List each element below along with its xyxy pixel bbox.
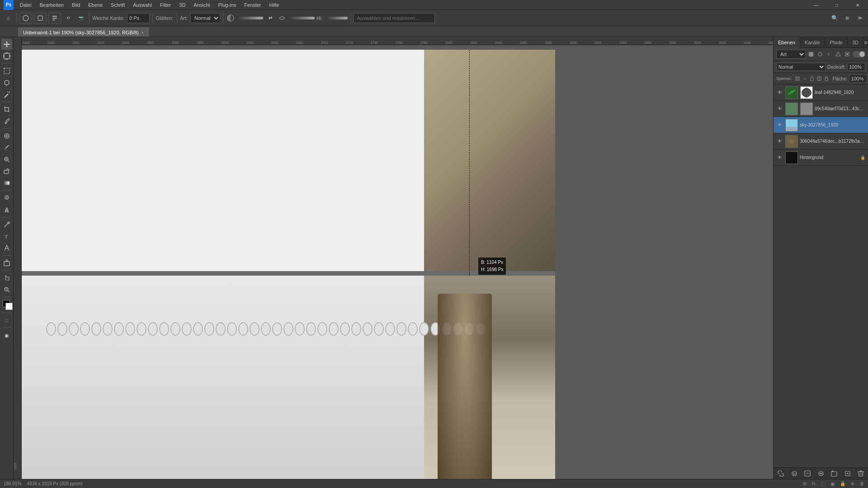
- status-icon-6[interactable]: ⊕: [851, 481, 854, 486]
- layer-item-sky[interactable]: 👁 sky-3027856_1920: [774, 117, 868, 133]
- brush-shape2-icon[interactable]: [34, 13, 47, 23]
- mask-search-input[interactable]: [354, 13, 435, 23]
- add-style-btn[interactable]: fx: [790, 469, 799, 478]
- menu-bild[interactable]: Bild: [68, 1, 84, 9]
- lock-all-btn[interactable]: [824, 75, 829, 83]
- menu-filter[interactable]: Filter: [156, 1, 175, 9]
- minimize-button[interactable]: —: [806, 0, 826, 10]
- shape-filter-btn[interactable]: [834, 50, 842, 58]
- lock-artboard-btn[interactable]: [816, 75, 822, 83]
- layer-eye-leaf[interactable]: 👁: [776, 89, 783, 96]
- background-color[interactable]: [5, 303, 13, 310]
- panel-toggle-icon[interactable]: ≫: [854, 13, 865, 23]
- menu-ansicht[interactable]: Ansicht: [190, 1, 213, 9]
- eyedropper-tool[interactable]: [1, 116, 12, 127]
- brush-options-icon[interactable]: [48, 13, 61, 23]
- lock-image-btn[interactable]: [802, 75, 807, 83]
- canvas-content[interactable]: B: 1104 Px H: 1698 Px: [22, 45, 773, 479]
- add-mask-btn[interactable]: [803, 469, 812, 478]
- gradient-tool[interactable]: [1, 178, 12, 188]
- close-button[interactable]: ✕: [847, 0, 868, 10]
- new-group-btn[interactable]: [830, 469, 839, 478]
- dodge-tool[interactable]: [1, 204, 12, 215]
- lock-position-btn[interactable]: [809, 75, 815, 83]
- brush-size-input[interactable]: [127, 13, 150, 23]
- brush-flow-icon[interactable]: ⟲: [63, 13, 74, 23]
- status-icon-1[interactable]: ⊞: [803, 481, 807, 486]
- tab-pfade[interactable]: Pfade: [825, 37, 848, 48]
- color-swatches[interactable]: [1, 299, 13, 311]
- zoom-tool[interactable]: [1, 284, 12, 295]
- layer-eye-sky[interactable]: 👁: [776, 122, 783, 129]
- menu-plugins[interactable]: Plug-ins: [214, 1, 240, 9]
- layer-eye-texture2[interactable]: 👁: [776, 138, 783, 145]
- tab-kanale[interactable]: Kanäle: [800, 37, 825, 48]
- layers-filter-select[interactable]: Art: [776, 50, 806, 59]
- lock-transparent-btn[interactable]: [795, 75, 800, 83]
- link-layers-btn[interactable]: [776, 469, 785, 478]
- panel-menu-icon[interactable]: ≡: [863, 37, 868, 48]
- eraser-tool[interactable]: [1, 166, 12, 177]
- lasso-tool[interactable]: [1, 77, 12, 88]
- text-tool[interactable]: T: [1, 231, 12, 242]
- layer-item-texture1[interactable]: 👁 09c540aef70d13...43ce460d18f3f2: [774, 101, 868, 117]
- pixel-filter-btn[interactable]: [807, 50, 815, 58]
- workspace-icon[interactable]: ⊞: [842, 13, 853, 23]
- status-icon-2[interactable]: fx: [812, 481, 816, 486]
- adjustment-filter-btn[interactable]: [816, 50, 824, 58]
- move-tool[interactable]: [1, 39, 12, 50]
- menu-schrift[interactable]: Schrift: [107, 1, 128, 9]
- brush-extra-icon[interactable]: 📷: [75, 13, 86, 23]
- artboard-tool[interactable]: [1, 51, 12, 61]
- delete-layer-btn[interactable]: [856, 469, 865, 478]
- blur-tool[interactable]: [1, 192, 12, 203]
- hand-tool[interactable]: [1, 272, 12, 283]
- opacity-slider[interactable]: [236, 17, 263, 19]
- screen-mode-tool[interactable]: ▣: [1, 330, 12, 341]
- hi-slider[interactable]: [325, 17, 348, 19]
- brush-shape-icon[interactable]: [19, 13, 32, 23]
- menu-fenster[interactable]: Fenster: [241, 1, 264, 9]
- ps-document-canvas[interactable]: B: 1104 Px H: 1698 Px: [22, 50, 555, 479]
- smartobj-filter-btn[interactable]: [843, 50, 851, 58]
- layer-eye-background[interactable]: 👁: [776, 154, 783, 161]
- menu-auswahl[interactable]: Auswahl: [129, 1, 156, 9]
- menu-hilfe[interactable]: Hilfe: [265, 1, 283, 9]
- menu-ebene[interactable]: Ebene: [85, 1, 106, 9]
- new-layer-btn[interactable]: [843, 469, 852, 478]
- maximize-button[interactable]: □: [826, 0, 847, 10]
- filter-toggle[interactable]: [853, 51, 865, 57]
- brush-tool[interactable]: [1, 142, 12, 153]
- opacity-arrow-icon[interactable]: ⇄: [265, 13, 276, 23]
- pen-tool[interactable]: [1, 219, 12, 230]
- document-tab[interactable]: Unbenannt-1 bei 190% (sky-3027856_1920, …: [18, 28, 149, 37]
- menu-3d[interactable]: 3D: [175, 1, 189, 9]
- tab-close-button[interactable]: ×: [142, 30, 144, 35]
- tab-3d[interactable]: 3D: [848, 37, 863, 48]
- layer-item-background[interactable]: 👁 Hintergrund 🔒: [774, 150, 868, 166]
- clone-tool[interactable]: [1, 154, 12, 165]
- layer-eye-texture1[interactable]: 👁: [776, 105, 783, 113]
- flow-slider[interactable]: [288, 17, 315, 19]
- shape-tool[interactable]: [1, 258, 12, 268]
- layer-item-texture2[interactable]: 👁 306048a5746dec...b3172fb3a6c08: [774, 133, 868, 150]
- tab-ebenen[interactable]: Ebenen: [774, 37, 800, 48]
- status-icon-3[interactable]: ⬚: [821, 481, 825, 486]
- fill-input[interactable]: [849, 75, 867, 83]
- path-select-tool[interactable]: [1, 243, 12, 253]
- add-adjustment-btn[interactable]: [816, 469, 826, 478]
- spot-healing-tool[interactable]: [1, 131, 12, 141]
- search-icon[interactable]: 🔍: [829, 13, 840, 23]
- opacity-input[interactable]: [847, 63, 865, 71]
- status-icon-7[interactable]: 🗑: [860, 481, 864, 486]
- marquee-tool[interactable]: [1, 66, 12, 76]
- status-icon-5[interactable]: 🔒: [840, 481, 845, 486]
- crop-tool[interactable]: [1, 104, 12, 115]
- status-icon-4[interactable]: ▣: [830, 481, 835, 486]
- menu-datei[interactable]: Datei: [16, 1, 35, 9]
- layer-item-leaf[interactable]: 👁 leaf-1482948_1920: [774, 84, 868, 101]
- menu-bearbeiten[interactable]: Bearbeiten: [36, 1, 67, 9]
- type-filter-btn[interactable]: T: [825, 50, 833, 58]
- quick-mask-tool[interactable]: ⬚: [1, 315, 12, 326]
- wand-tool[interactable]: [1, 89, 12, 100]
